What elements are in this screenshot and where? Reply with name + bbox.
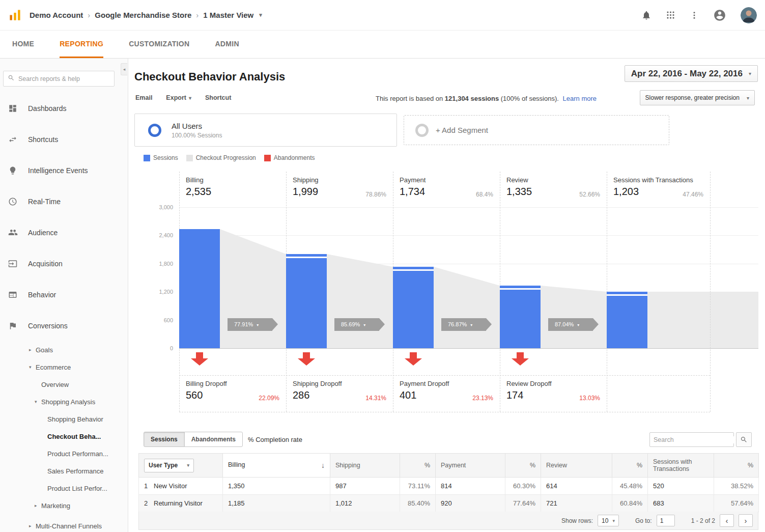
show-rows-select[interactable]: 10 ▾ [598, 515, 619, 526]
funnel-step-percent: 52.66% [579, 191, 600, 198]
nav-tab-admin[interactable]: ADMIN [215, 31, 239, 58]
chevron-down-icon: ▾ [747, 95, 749, 101]
checkout-progression-area [128, 59, 765, 417]
table-search-input[interactable] [654, 436, 735, 443]
continuation-rate-badge-2[interactable]: 85.69%▾ [334, 318, 379, 331]
y-axis-tick-label: 0 [141, 345, 173, 351]
nav-tab-customization[interactable]: CUSTOMIZATION [129, 31, 189, 58]
sidebar-tree-item-checkout-beha[interactable]: Checkout Beha... [0, 428, 128, 445]
dropoff-label: Review Dropoff [500, 375, 607, 387]
report-actions: EmailExport▾Shortcut [135, 94, 231, 101]
column-header-review[interactable]: Review [541, 454, 612, 478]
column-label: % [748, 462, 753, 469]
sidebar-item-intelligence-events[interactable]: Intelligence Events [0, 155, 128, 186]
previous-page-button[interactable]: ‹ [720, 514, 734, 527]
segment-all-users[interactable]: All Users 100.00% Sessions [134, 114, 397, 147]
dashboards-icon [8, 103, 18, 114]
sidebar-item-dashboards[interactable]: Dashboards [0, 93, 128, 124]
sidebar-item-audience[interactable]: Audience [0, 217, 128, 248]
column-header-shipping[interactable]: Shipping [330, 454, 400, 478]
table-tab-sessions[interactable]: Sessions [144, 432, 185, 447]
sidebar-item-label: Acquisition [28, 260, 63, 268]
account-circle-icon[interactable] [713, 9, 726, 22]
breadcrumb-item-google-merchandise-store[interactable]: Google Merchandise Store [95, 11, 191, 19]
sidebar-tree-item-product-list-perfor[interactable]: Product List Perfor... [0, 480, 128, 497]
page-title: Checkout Behavior Analysis [134, 70, 285, 83]
nav-tab-home[interactable]: HOME [12, 31, 34, 58]
column-header-percent-3[interactable]: % [400, 454, 436, 478]
bar-cap-divider [607, 294, 647, 296]
table-row-new-visitor: 1New Visitor1,35098773.11%81460.30%61445… [139, 478, 759, 495]
continuation-rate-badge-3[interactable]: 76.87%▾ [441, 318, 486, 331]
sidebar-tree-item-ecommerce[interactable]: ▾Ecommerce [0, 358, 128, 376]
column-header-percent-7[interactable]: % [612, 454, 648, 478]
sidebar-tree-item-shopping-analysis[interactable]: ▾Shopping Analysis [0, 393, 128, 410]
sidebar-item-shortcuts[interactable]: Shortcuts [0, 124, 128, 155]
sidebar-tree-item-product-performan[interactable]: Product Performan... [0, 445, 128, 462]
table-tab-abandonments[interactable]: Abandonments [184, 432, 243, 447]
breadcrumb-item-demo-account[interactable]: Demo Account [30, 11, 83, 19]
sidebar-tree-label: Shopping Analysis [41, 398, 95, 406]
sidebar-tree-item-overview[interactable]: Overview [0, 376, 128, 393]
email-button[interactable]: Email [135, 94, 152, 101]
user-type-selector[interactable]: User Type▾ [144, 459, 194, 472]
sidebar-item-real-time[interactable]: Real-Time [0, 186, 128, 217]
notifications-bell-icon[interactable] [641, 10, 651, 20]
chevron-down-icon: ▾ [259, 12, 262, 18]
column-label: % [424, 462, 430, 469]
chevron-down-icon: ▾ [189, 95, 191, 101]
conversions-icon [8, 321, 18, 331]
search-button[interactable] [736, 432, 752, 447]
user-avatar[interactable] [741, 7, 757, 23]
column-header-billing[interactable]: Billing↓ [223, 454, 330, 478]
legend-swatch [264, 155, 271, 161]
continuation-rate-badge-1[interactable]: 77.91%▾ [228, 318, 272, 331]
kebab-menu-icon[interactable] [690, 11, 699, 20]
sidebar-item-acquisition[interactable]: Acquisition [0, 248, 128, 279]
add-segment-button[interactable]: + Add Segment [404, 115, 669, 145]
y-axis-tick-label: 1,800 [141, 261, 173, 267]
goto-page-input[interactable] [657, 515, 675, 526]
cell-payment-3: 814 [436, 478, 505, 495]
nav-tab-reporting[interactable]: REPORTING [60, 31, 103, 58]
chevron-right-icon: ▸ [29, 523, 36, 528]
continuation-rate-badge-4[interactable]: 87.04%▾ [548, 318, 593, 331]
abandonment-arrow-icon [298, 352, 315, 366]
sidebar-tree-item-multi-channel-funnels[interactable]: ▸Multi-Channel Funnels [0, 517, 128, 532]
real-time-icon [8, 197, 18, 207]
next-page-button[interactable]: › [739, 514, 753, 527]
column-label: % [530, 462, 535, 469]
column-header-percent-9[interactable]: % [714, 454, 759, 478]
dropoff-value: 286 [286, 387, 393, 401]
sidebar-tree-item-goals[interactable]: ▸Goals [0, 341, 128, 358]
sidebar-tree-item-shopping-behavior[interactable]: Shopping Behavior [0, 410, 128, 428]
audience-icon [8, 228, 18, 238]
column-header-payment[interactable]: Payment [436, 454, 505, 478]
column-header-sessions-with-transactions[interactable]: Sessions with Transactions [648, 454, 714, 478]
sidebar-item-label: Behavior [28, 291, 56, 299]
learn-more-link[interactable]: Learn more [563, 95, 597, 102]
sidebar-item-conversions[interactable]: Conversions [0, 310, 128, 341]
sidebar-tree-item-sales-performance[interactable]: Sales Performance [0, 462, 128, 480]
breadcrumb-item-1-master-view[interactable]: 1 Master View [203, 11, 253, 19]
column-header-percent-5[interactable]: % [505, 454, 541, 478]
apps-grid-icon[interactable] [666, 10, 675, 20]
export-button[interactable]: Export▾ [166, 94, 191, 101]
cell-billing-0: 1,350 [223, 478, 330, 495]
google-analytics-logo-icon[interactable] [8, 8, 22, 22]
chevron-down-icon: ▾ [470, 323, 472, 327]
sort-descending-icon: ↓ [321, 461, 325, 469]
dropoff-value: 174 [500, 387, 607, 401]
sidebar-collapse-button[interactable]: ◂ [121, 63, 127, 75]
funnel-step-percent: 78.86% [365, 191, 386, 198]
date-range-selector[interactable]: Apr 22, 2016 - May 22, 2016 ▾ [625, 65, 758, 82]
funnel-step-value: 1,203 [607, 184, 710, 198]
sidebar-item-behavior[interactable]: Behavior [0, 279, 128, 310]
funnel-step-value: 1,734 [393, 184, 500, 198]
column-header-user-type[interactable]: User Type▾ [139, 454, 223, 478]
shortcut-button[interactable]: Shortcut [205, 94, 231, 101]
sidebar-tree-item-marketing[interactable]: ▸Marketing [0, 497, 128, 514]
user-type-cell: 2Returning Visitor [139, 495, 223, 512]
precision-selector[interactable]: Slower response, greater precision ▾ [640, 90, 755, 105]
sidebar-search-input[interactable] [18, 75, 110, 82]
